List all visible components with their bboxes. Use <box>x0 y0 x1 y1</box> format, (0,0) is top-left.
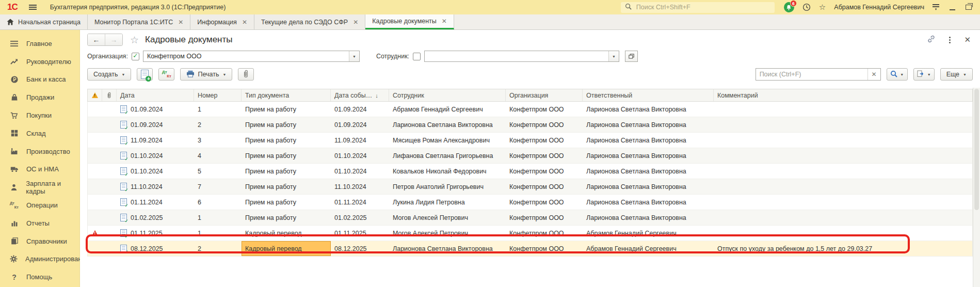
close-tab-icon[interactable]: ✕ <box>178 19 183 26</box>
cell-employee: Лифанова Светлана Григорьевна <box>389 148 506 163</box>
sidebar-item-5[interactable]: Склад <box>0 124 79 142</box>
cell-warning <box>88 117 102 132</box>
sidebar-item-11[interactable]: Справочники <box>0 232 79 250</box>
col-header-employee[interactable]: Сотрудник <box>389 89 506 101</box>
sidebar: ГлавноеРуководителюБанк и кассаПродажиПо… <box>0 30 80 287</box>
employee-combo[interactable]: ▼ <box>424 51 619 62</box>
tab-label: Информация <box>197 19 237 26</box>
print-button[interactable]: Печать▼ <box>180 68 232 81</box>
cell-organization: Конфетпром ООО <box>506 102 583 117</box>
notifications-bell-icon[interactable]: 6 <box>784 2 794 12</box>
chevron-down-icon[interactable]: ▼ <box>349 51 359 61</box>
attachments-button[interactable] <box>238 68 254 81</box>
col-header-comment[interactable]: Комментарий <box>714 89 972 101</box>
sidebar-item-10[interactable]: Отчеты <box>0 214 79 232</box>
tab-label: Монитор Портала 1С:ИТС <box>94 19 173 26</box>
restore-button[interactable] <box>966 5 972 10</box>
col-header-event-date[interactable]: Дата собы…↓ <box>331 89 389 101</box>
back-button[interactable]: ← <box>88 34 105 45</box>
sidebar-item-label: Производство <box>26 148 70 155</box>
sidebar-item-3[interactable]: Продажи <box>0 88 79 106</box>
document-plus-icon <box>141 70 149 79</box>
minimize-button[interactable] <box>950 9 955 10</box>
cell-text: Ларионова Светлана Викторовна <box>586 152 686 160</box>
col-header-attachment[interactable] <box>102 89 117 101</box>
table-row[interactable]: 01.11.20251Кадровый перевод01.11.2025Мог… <box>88 226 972 241</box>
service-menu-icon[interactable]: ▼ <box>933 4 939 10</box>
history-icon[interactable] <box>802 3 811 11</box>
tab-2[interactable]: Информация✕ <box>190 14 254 29</box>
cell-text: 1 <box>198 230 201 237</box>
table-row[interactable]: 01.10.20245Прием на работу01.10.2024Кова… <box>88 164 972 179</box>
cell-warning <box>88 195 102 210</box>
table-row[interactable]: 01.09.20242Прием на работу01.09.2024Лари… <box>88 117 972 133</box>
sidebar-item-6[interactable]: Производство <box>0 142 79 161</box>
create-button[interactable]: Создать▼ <box>87 68 131 81</box>
more-actions-button[interactable]: Еще▼ <box>940 68 973 81</box>
table-row[interactable]: 11.10.20247Прием на работу11.10.2024Петр… <box>88 179 972 195</box>
add-to-favorites-star-icon[interactable]: ☆ <box>130 34 139 46</box>
col-header-doc-type[interactable]: Тип документа <box>242 89 331 101</box>
table-row[interactable]: 08.12.20252Кадровый перевод08.12.2025Лар… <box>88 241 972 257</box>
table-row[interactable]: 01.09.20241Прием на работу01.09.2024Абра… <box>88 102 972 117</box>
link-icon[interactable] <box>927 35 936 45</box>
cell-doc-type: Прием на работу <box>242 164 331 179</box>
tab-4[interactable]: Кадровые документы✕ <box>365 14 454 29</box>
favorites-star-icon[interactable]: ☆ <box>819 3 826 12</box>
tab-0[interactable]: Начальная страница <box>0 14 88 29</box>
sidebar-item-12[interactable]: Администрирование <box>0 250 79 268</box>
main-menu-icon[interactable] <box>29 5 37 10</box>
cell-text: Прием на работу <box>245 183 296 190</box>
cell-event-date: 01.10.2024 <box>331 164 389 179</box>
sidebar-item-9[interactable]: ДтКтОперации <box>0 196 79 214</box>
col-header-responsible[interactable]: Ответственный <box>583 89 714 101</box>
col-header-date[interactable]: Дата <box>117 89 194 101</box>
chevron-down-icon[interactable]: ▼ <box>608 51 619 61</box>
organization-combo[interactable]: Конфетпром ООО ▼ <box>143 51 360 62</box>
cell-employee: Могов Алексей Петрович <box>389 210 506 225</box>
col-header-number[interactable]: Номер <box>194 89 242 101</box>
cell-warning <box>88 179 102 194</box>
postings-dtkt-button[interactable]: ДтКт <box>158 68 174 81</box>
sidebar-item-13[interactable]: ?Помощь <box>0 268 79 286</box>
person-icon <box>10 184 18 191</box>
table-row[interactable]: 01.11.20246Прием на работу01.11.2024Луки… <box>88 195 972 210</box>
close-page-icon[interactable]: ✕ <box>964 35 971 44</box>
copy-document-button[interactable] <box>137 68 153 81</box>
sidebar-item-8[interactable]: Зарплата и кадры <box>0 178 79 196</box>
cell-text: 08.12.2025 <box>334 245 367 252</box>
forward-button[interactable]: → <box>105 34 122 45</box>
clear-search-icon[interactable]: ✕ <box>867 69 880 80</box>
cell-responsible: Ларионова Светлана Викторовна <box>583 195 714 210</box>
organization-filter-checkbox[interactable] <box>132 53 139 60</box>
tab-3[interactable]: Текущие дела по СЭДО СФР✕ <box>254 14 365 29</box>
list-search-box[interactable]: ✕ <box>756 68 881 81</box>
sidebar-item-4[interactable]: Покупки <box>0 106 79 124</box>
employee-pick-button[interactable] <box>625 51 638 62</box>
user-name[interactable]: Абрамов Геннадий Сергеевич <box>834 4 924 11</box>
scrollbar-thumb[interactable] <box>974 89 979 210</box>
table-row[interactable]: 11.09.20243Прием на работу11.09.2024Мяси… <box>88 133 972 148</box>
sidebar-item-0[interactable]: Главное <box>0 35 79 53</box>
col-header-warning[interactable] <box>88 89 102 101</box>
sidebar-item-label: Покупки <box>26 111 52 119</box>
tab-1[interactable]: Монитор Портала 1С:ИТС✕ <box>88 14 190 29</box>
close-tab-icon[interactable]: ✕ <box>353 19 358 26</box>
sidebar-item-7[interactable]: ОС и НМА <box>0 161 79 179</box>
export-button[interactable]: ▼ <box>913 68 935 81</box>
employee-filter-checkbox[interactable] <box>413 53 421 60</box>
sidebar-item-2[interactable]: Банк и касса <box>0 71 79 89</box>
more-menu-icon[interactable] <box>949 39 951 41</box>
col-header-organization[interactable]: Организация <box>506 89 583 101</box>
sidebar-item-1[interactable]: Руководителю <box>0 53 79 71</box>
list-search-input[interactable] <box>756 69 867 80</box>
table-row[interactable]: 01.02.20251Прием на работу01.02.2025Мого… <box>88 210 972 226</box>
search-options-button[interactable]: ▼ <box>887 68 908 81</box>
close-tab-icon[interactable]: ✕ <box>242 19 247 26</box>
vertical-scrollbar[interactable] <box>973 88 980 287</box>
close-tab-icon[interactable]: ✕ <box>442 18 447 25</box>
global-search-input[interactable] <box>635 3 770 11</box>
document-icon <box>120 105 127 113</box>
global-search-box[interactable] <box>621 2 775 13</box>
table-row[interactable]: 01.10.20244Прием на работу01.10.2024Лифа… <box>88 148 972 164</box>
